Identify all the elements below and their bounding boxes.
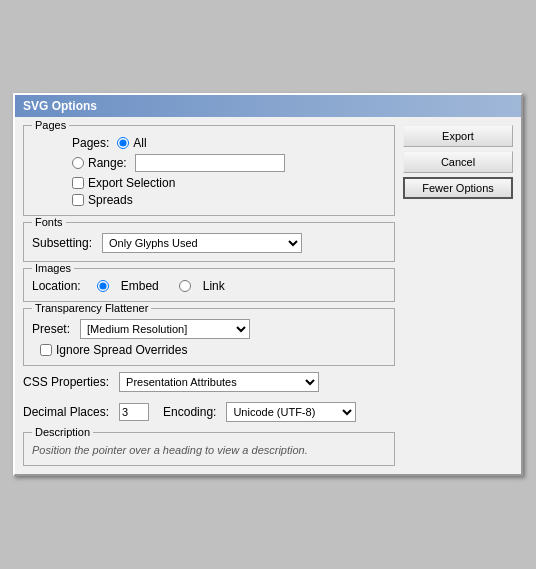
css-row: CSS Properties: Presentation Attributes … [23, 372, 395, 392]
images-section: Images Location: Embed Link [23, 268, 395, 302]
ignore-checkbox[interactable] [40, 344, 52, 356]
right-panel: Export Cancel Fewer Options [403, 125, 513, 466]
export-selection-label: Export Selection [88, 176, 175, 190]
all-radio[interactable] [117, 137, 129, 149]
all-label: All [133, 136, 146, 150]
fonts-section: Fonts Subsetting: Only Glyphs Used None … [23, 222, 395, 262]
spreads-label: Spreads [88, 193, 133, 207]
range-label: Range: [88, 156, 127, 170]
pages-legend: Pages [32, 119, 69, 131]
spreads-checkbox[interactable] [72, 194, 84, 206]
description-section: Description Position the pointer over a … [23, 432, 395, 466]
transparency-section: Transparency Flattener Preset: [Medium R… [23, 308, 395, 366]
description-legend: Description [32, 426, 93, 438]
decimal-label: Decimal Places: [23, 405, 109, 419]
fonts-legend: Fonts [32, 216, 66, 228]
link-label: Link [203, 279, 225, 293]
subsetting-select[interactable]: Only Glyphs Used None All Glyphs [102, 233, 302, 253]
link-radio[interactable] [179, 280, 191, 292]
encoding-label: Encoding: [163, 405, 216, 419]
css-label: CSS Properties: [23, 375, 109, 389]
dialog-title: SVG Options [15, 95, 521, 117]
preset-label: Preset: [32, 322, 70, 336]
range-input[interactable] [135, 154, 285, 172]
preset-select[interactable]: [Medium Resolution] [Low Resolution] [Hi… [80, 319, 250, 339]
images-legend: Images [32, 262, 74, 274]
decimal-encoding-row: Decimal Places: Encoding: Unicode (UTF-8… [23, 402, 395, 422]
pages-section: Pages Pages: All Range: Export Selec [23, 125, 395, 216]
transparency-legend: Transparency Flattener [32, 302, 151, 314]
left-panel: Pages Pages: All Range: Export Selec [23, 125, 395, 466]
pages-label: Pages: [72, 136, 109, 150]
embed-label: Embed [121, 279, 159, 293]
export-button[interactable]: Export [403, 125, 513, 147]
location-label: Location: [32, 279, 81, 293]
svg-options-dialog: SVG Options Pages Pages: All Range: [13, 93, 523, 476]
embed-radio[interactable] [97, 280, 109, 292]
css-select[interactable]: Presentation Attributes Style Attributes… [119, 372, 319, 392]
subsetting-label: Subsetting: [32, 236, 92, 250]
export-selection-checkbox[interactable] [72, 177, 84, 189]
range-radio[interactable] [72, 157, 84, 169]
decimal-input[interactable] [119, 403, 149, 421]
cancel-button[interactable]: Cancel [403, 151, 513, 173]
fewer-options-button[interactable]: Fewer Options [403, 177, 513, 199]
description-text: Position the pointer over a heading to v… [32, 444, 308, 456]
ignore-label: Ignore Spread Overrides [56, 343, 187, 357]
encoding-select[interactable]: Unicode (UTF-8) ISO-8859-1 UTF-16 [226, 402, 356, 422]
